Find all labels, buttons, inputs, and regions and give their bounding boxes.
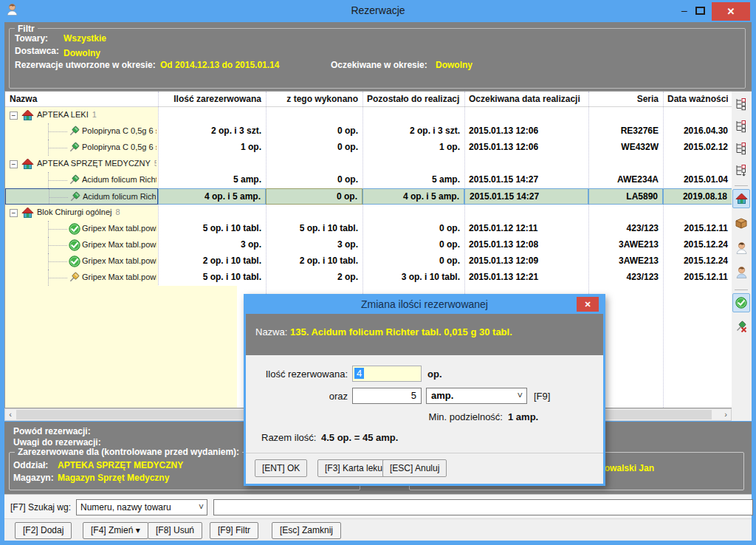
cell-nazwa[interactable]: Acidum folicum Richter ta... bbox=[5, 172, 158, 188]
table-cell[interactable]: 2015.02.12 bbox=[663, 140, 732, 156]
expand-toggle[interactable]: − bbox=[10, 160, 18, 168]
table-cell[interactable]: 5 op. i 10 tabl. bbox=[158, 270, 266, 286]
dialog-button[interactable]: [ENT] OK bbox=[255, 459, 307, 477]
cell-nazwa[interactable]: Gripex Max tabl.powl. 0,5... bbox=[5, 270, 158, 286]
table-cell[interactable]: 3 op. i 10 tabl. bbox=[362, 270, 464, 286]
table-cell[interactable]: 0 op. bbox=[362, 221, 464, 237]
toolbar-department-icon[interactable] bbox=[732, 189, 750, 208]
expand-toggle[interactable]: − bbox=[10, 112, 18, 120]
expand-toggle[interactable]: − bbox=[10, 209, 18, 217]
table-cell[interactable] bbox=[266, 156, 362, 172]
table-cell[interactable]: 2016.04.30 bbox=[663, 123, 732, 140]
toolbar-tree-sort-icon[interactable] bbox=[732, 161, 750, 180]
table-cell[interactable]: 2015.01.13 12:09 bbox=[464, 253, 588, 270]
table-cell[interactable]: 2015.12.11 bbox=[663, 270, 732, 286]
table-cell[interactable]: 0 op. bbox=[266, 188, 362, 205]
column-header[interactable]: Data ważności bbox=[667, 92, 728, 106]
table-cell[interactable]: 1 op. bbox=[158, 140, 266, 156]
table-row[interactable]: Gripex Max tabl.powl. 0,5...2 op. i 10 t… bbox=[5, 253, 732, 270]
table-row[interactable]: Gripex Max tabl.powl. 0,5...5 op. i 10 t… bbox=[5, 270, 732, 286]
table-cell[interactable] bbox=[663, 107, 732, 123]
table-cell[interactable]: 2015.01.04 bbox=[663, 172, 732, 188]
table-cell[interactable] bbox=[464, 107, 588, 123]
action-button[interactable]: [Esc] Zamknij bbox=[272, 522, 341, 539]
cell-nazwa[interactable]: Gripex Max tabl.powl. 0,5... bbox=[5, 237, 158, 253]
dialog-button[interactable]: [ESC] Anuluj bbox=[382, 459, 447, 477]
table-cell[interactable] bbox=[362, 205, 464, 221]
table-cell[interactable]: WE432W bbox=[588, 140, 663, 156]
column-header[interactable]: Oczekiwana data realizacji bbox=[469, 92, 584, 106]
table-cell[interactable] bbox=[588, 107, 663, 123]
cell-nazwa[interactable]: Gripex Max tabl.powl. 0,5... bbox=[5, 253, 158, 270]
action-button[interactable]: [F2] Dodaj bbox=[15, 522, 72, 539]
table-cell[interactable] bbox=[266, 107, 362, 123]
table-cell[interactable]: 2015.12.24 bbox=[663, 253, 732, 270]
table-cell[interactable] bbox=[588, 156, 663, 172]
cell-nazwa[interactable]: −APTEKA SPRZĘT MEDYCZNY5 bbox=[5, 156, 158, 172]
table-cell[interactable]: 3 op. bbox=[266, 237, 362, 253]
toolbar-patient-icon[interactable] bbox=[732, 262, 750, 281]
table-cell[interactable]: 423/123 bbox=[588, 270, 663, 286]
table-cell[interactable]: 2015.01.13 12:21 bbox=[464, 270, 588, 286]
okres-value[interactable]: Od 2014.12.13 do 2015.01.14 bbox=[160, 60, 279, 70]
column-header[interactable]: Pozostało do realizacji bbox=[367, 92, 460, 106]
table-cell[interactable]: 423/123 bbox=[588, 221, 663, 237]
cell-nazwa[interactable]: −APTEKA LEKI1 bbox=[5, 107, 158, 123]
table-cell[interactable]: 2015.01.13 12:06 bbox=[464, 123, 588, 140]
table-cell[interactable]: 3AWE213 bbox=[588, 253, 663, 270]
table-cell[interactable]: 2015.01.15 14:27 bbox=[464, 188, 588, 205]
table-cell[interactable]: 0 op. bbox=[362, 253, 464, 270]
column-header[interactable]: z tego wykonano bbox=[270, 92, 358, 106]
minimize-button[interactable]: – bbox=[676, 4, 693, 18]
table-cell[interactable]: 3 op. bbox=[158, 237, 266, 253]
table-cell[interactable]: 0 op. bbox=[266, 123, 362, 140]
table-row[interactable]: Acidum folicum Richter ta...5 amp.0 op.5… bbox=[5, 172, 732, 188]
unit-select[interactable]: amp. ˅ bbox=[426, 388, 527, 404]
cell-nazwa[interactable]: −Blok Chirurgi ogólnej8 bbox=[5, 205, 158, 221]
close-button[interactable]: ✕ bbox=[712, 2, 750, 21]
table-cell[interactable] bbox=[663, 205, 732, 221]
toolbar-unpin-icon[interactable] bbox=[732, 317, 750, 336]
table-cell[interactable]: 2015.01.13 12:06 bbox=[464, 140, 588, 156]
table-cell[interactable]: 0 op. bbox=[266, 140, 362, 156]
cell-nazwa[interactable]: Acidum folicum Richter ta... bbox=[5, 188, 158, 205]
table-cell[interactable] bbox=[266, 205, 362, 221]
table-row[interactable]: −Blok Chirurgi ogólnej8 bbox=[5, 205, 732, 221]
dostawca-value[interactable]: Dowolny bbox=[63, 48, 100, 58]
table-cell[interactable]: 2 op. i 10 tabl. bbox=[158, 253, 266, 270]
table-cell[interactable]: 0 op. bbox=[266, 172, 362, 188]
table-cell[interactable]: RE3276E bbox=[588, 123, 663, 140]
cell-nazwa[interactable]: Polopiryna C 0,5g 6 szt.524 bbox=[5, 123, 158, 140]
table-cell[interactable] bbox=[464, 205, 588, 221]
toolbar-confirm-icon[interactable] bbox=[732, 293, 750, 312]
table-cell[interactable]: 1 op. bbox=[362, 140, 464, 156]
action-button[interactable]: [F9] Filtr bbox=[210, 522, 258, 539]
table-cell[interactable]: 2019.08.18 bbox=[663, 188, 732, 205]
column-header[interactable]: Nazwa bbox=[10, 92, 154, 106]
table-row[interactable]: −APTEKA LEKI1 bbox=[5, 107, 732, 123]
table-cell[interactable] bbox=[663, 156, 732, 172]
toolbar-tree-expand-icon[interactable] bbox=[732, 117, 750, 136]
oczekiwane-value[interactable]: Dowolny bbox=[436, 60, 472, 70]
table-row[interactable]: Polopiryna C 0,5g 6 szt.5242 op. i 3 szt… bbox=[5, 123, 732, 140]
maximize-button[interactable] bbox=[695, 7, 705, 15]
table-cell[interactable]: 2015.12.11 bbox=[663, 221, 732, 237]
search-mode-select[interactable]: Numeru, nazwy towaru ˅ bbox=[76, 499, 207, 515]
table-cell[interactable]: 2015.12.24 bbox=[663, 237, 732, 253]
table-cell[interactable]: 5 op. i 10 tabl. bbox=[158, 221, 266, 237]
table-cell[interactable] bbox=[362, 156, 464, 172]
table-cell[interactable]: 4 op. i 5 amp. bbox=[362, 188, 464, 205]
table-row[interactable]: Acidum folicum Richter ta...4 op. i 5 am… bbox=[5, 188, 732, 205]
table-cell[interactable]: 5 amp. bbox=[158, 172, 266, 188]
action-button[interactable]: [F8] Usuń bbox=[148, 522, 202, 539]
table-cell[interactable]: AWE234A bbox=[588, 172, 663, 188]
table-cell[interactable]: LA5890 bbox=[588, 188, 663, 205]
search-input[interactable] bbox=[213, 499, 753, 515]
oraz-input[interactable]: 5 bbox=[352, 388, 422, 404]
qty-input[interactable]: 4 bbox=[352, 366, 422, 382]
table-cell[interactable]: 2015.01.15 14:27 bbox=[464, 172, 588, 188]
toolbar-tree-expand-all-icon[interactable] bbox=[732, 139, 750, 158]
toolbar-doctor-icon[interactable] bbox=[732, 238, 750, 257]
table-cell[interactable] bbox=[158, 107, 266, 123]
table-cell[interactable]: 2 op. i 3 szt. bbox=[362, 123, 464, 140]
